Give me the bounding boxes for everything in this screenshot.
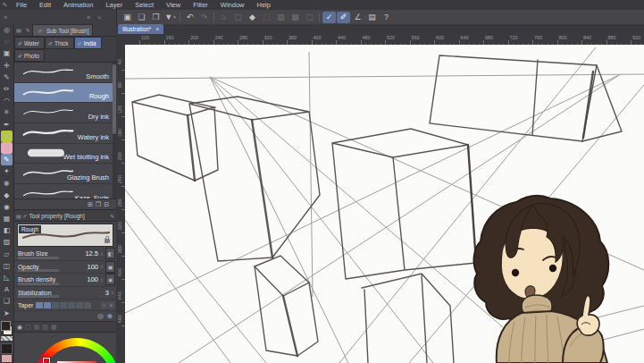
- brush-dry-ink[interactable]: Dry ink: [14, 103, 116, 123]
- property-value[interactable]: 12.5: [85, 249, 98, 257]
- subtool-tab-thick[interactable]: ✐Thick: [45, 37, 74, 49]
- document-tab[interactable]: Illustration* ×: [118, 24, 163, 34]
- deselect-button[interactable]: ◌: [217, 12, 230, 23]
- subtool-tab-water[interactable]: ✐Water: [14, 37, 45, 49]
- snap-special-ruler-button[interactable]: ✐: [337, 12, 350, 23]
- operation-tool[interactable]: ➤: [1, 308, 13, 319]
- eraser-tool[interactable]: ◆: [1, 190, 13, 201]
- lasso-tool[interactable]: ◠: [1, 95, 13, 106]
- object-tool[interactable]: ▣: [1, 47, 13, 59]
- zoom-tool[interactable]: ◎: [1, 24, 13, 36]
- taper-segment[interactable]: [76, 302, 83, 308]
- panel-menu-icon[interactable]: ▤: [14, 27, 23, 33]
- app-home-button[interactable]: ▣: [121, 12, 134, 23]
- stepper-icon[interactable]: ↕: [109, 290, 116, 295]
- property-value[interactable]: 100: [87, 275, 98, 283]
- pink-color-swatch[interactable]: [2, 355, 12, 362]
- delete-subtool-icon[interactable]: ⊟: [104, 201, 109, 208]
- gradient-tool[interactable]: ▨: [1, 236, 13, 248]
- taper-segment[interactable]: [44, 302, 51, 308]
- pencil-tool[interactable]: ✏: [1, 83, 13, 95]
- taper-segment[interactable]: [68, 302, 75, 308]
- scale-rotate-button[interactable]: ▧: [274, 12, 288, 23]
- ruler-tool[interactable]: ◺: [1, 272, 13, 283]
- brush-tool-pastel[interactable]: ✎: [1, 142, 13, 154]
- history-palette-icon[interactable]: ▦: [51, 324, 57, 331]
- open-file-button[interactable]: ❐: [149, 12, 163, 23]
- blend-tool[interactable]: ◉: [1, 201, 13, 213]
- airbrush-tool[interactable]: ✦: [1, 165, 13, 177]
- undo-button[interactable]: ↶: [183, 12, 197, 23]
- menu-animation[interactable]: Animation: [57, 1, 99, 9]
- taper-plus-button[interactable]: +: [108, 302, 114, 308]
- menu-layer[interactable]: Layer: [99, 1, 129, 9]
- save-dropdown-icon[interactable]: ▾: [173, 14, 176, 20]
- eyedropper-tool[interactable]: ✒: [1, 119, 13, 131]
- foreground-color-swatch[interactable]: [1, 321, 11, 331]
- stepper-icon[interactable]: ↕: [98, 251, 105, 257]
- collapse-mid-icon[interactable]: «: [83, 13, 94, 21]
- brush-tool-marker[interactable]: ✎: [1, 131, 13, 142]
- color-slider-icon[interactable]: ▢: [25, 324, 31, 331]
- brush-tool-ink[interactable]: ✎: [1, 154, 13, 165]
- property-value[interactable]: 100: [87, 263, 98, 271]
- figure-tool[interactable]: ▱: [1, 249, 13, 260]
- hue-ring-handle[interactable]: [43, 358, 50, 363]
- duplicate-subtool-icon[interactable]: ❐: [96, 201, 101, 208]
- taper-minus-button[interactable]: –: [101, 302, 107, 308]
- save-button[interactable]: ▼▾: [163, 12, 177, 23]
- free-transform-button[interactable]: ▢: [303, 12, 316, 23]
- pen-tool[interactable]: ✎: [1, 72, 13, 83]
- stepper-icon[interactable]: ↕: [98, 277, 105, 283]
- menu-edit[interactable]: Edit: [33, 1, 57, 9]
- add-subtool-icon[interactable]: ⊞: [88, 201, 93, 208]
- auto-select-tool[interactable]: ✳: [1, 106, 13, 118]
- color-wheel-icon[interactable]: ◉: [17, 324, 22, 331]
- brush-smooth[interactable]: Smooth: [14, 63, 116, 83]
- collapse-arrow-icon[interactable]: <: [94, 13, 105, 21]
- menu-view[interactable]: View: [160, 1, 187, 9]
- brush-wet-blotting-ink[interactable]: Wet blotting ink: [14, 144, 116, 165]
- select-layer-button[interactable]: ▢: [231, 12, 245, 23]
- brush-watery-ink[interactable]: Watery ink: [14, 123, 116, 144]
- liquify-tool[interactable]: ▦: [1, 213, 13, 224]
- brush-glazing-brush[interactable]: Glazing Brush: [14, 164, 116, 184]
- show-subtool-detail-icon[interactable]: ⊕: [107, 312, 113, 320]
- decoration-tool[interactable]: ❋: [1, 177, 13, 189]
- menu-select[interactable]: Select: [129, 1, 160, 9]
- balloon-tool[interactable]: ❏: [1, 295, 13, 307]
- menu-window[interactable]: Window: [214, 1, 251, 9]
- menu-help[interactable]: Help: [251, 1, 277, 9]
- taper-segment-bar[interactable]: [36, 302, 91, 308]
- show-rulers-button[interactable]: ▤: [365, 12, 379, 23]
- taper-segment[interactable]: [36, 302, 43, 308]
- property-dynamics-button[interactable]: ▣: [105, 261, 115, 273]
- subtool-tab-photo[interactable]: ✐Photo: [14, 49, 45, 62]
- lock-icon[interactable]: [105, 239, 110, 243]
- collapse-left-icon[interactable]: «: [0, 13, 11, 21]
- transparent-color-swatch[interactable]: [1, 336, 13, 341]
- brush-rough[interactable]: Rough: [14, 83, 116, 104]
- fill-tool[interactable]: ◧: [1, 224, 13, 236]
- redo-button[interactable]: ↷: [197, 12, 211, 23]
- subtool-panel-tab[interactable]: ✐ Sub Tool [Brush]: [32, 24, 94, 36]
- new-document-button[interactable]: ❏: [135, 12, 148, 23]
- help-button[interactable]: ?: [380, 12, 393, 23]
- move-tool[interactable]: ✛: [1, 60, 13, 72]
- fill-selection-button[interactable]: ◆: [246, 12, 259, 23]
- taper-segment[interactable]: [84, 302, 91, 308]
- snap-ruler-button[interactable]: ✓: [322, 12, 336, 23]
- menu-filter[interactable]: Filter: [187, 1, 214, 9]
- drawing-canvas[interactable]: [125, 45, 644, 363]
- reset-all-settings-icon[interactable]: ◎: [97, 312, 104, 320]
- panel-menu-icon[interactable]: ▤: [16, 213, 21, 219]
- menu-file[interactable]: File: [10, 1, 33, 9]
- mixing-palette-icon[interactable]: ▨: [42, 324, 48, 331]
- selection-tool[interactable]: ◌: [1, 36, 13, 47]
- border-selection-button[interactable]: ⬚: [260, 12, 273, 23]
- taper-segment[interactable]: [60, 302, 67, 308]
- property-dynamics-button[interactable]: ◉: [105, 274, 115, 285]
- sub-color-swatch[interactable]: [1, 343, 13, 354]
- snap-grid-button[interactable]: ∠: [351, 12, 364, 23]
- subtool-tab-india[interactable]: ✐India: [74, 37, 102, 49]
